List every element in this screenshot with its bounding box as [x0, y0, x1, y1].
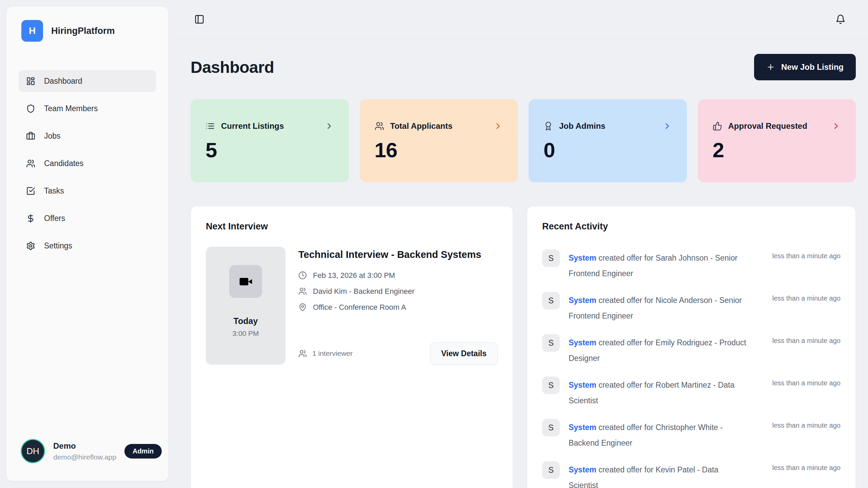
chevron-right-icon	[831, 121, 841, 131]
activity-avatar: S	[542, 334, 560, 352]
stat-label: Current Listings	[221, 121, 284, 131]
activity-item: S System created offer for Christopher W…	[542, 419, 841, 451]
sidebar-item-dashboard[interactable]: Dashboard	[19, 70, 156, 92]
activity-timestamp: less than a minute ago	[772, 249, 841, 260]
panel-left-icon[interactable]	[194, 14, 204, 24]
avatar: DH	[21, 439, 45, 463]
role-badge: Admin	[124, 444, 162, 459]
interview-candidate: David Kim - Backend Engineer	[313, 287, 415, 296]
activity-avatar: S	[542, 419, 560, 436]
sidebar-item-tasks[interactable]: Tasks	[19, 180, 156, 202]
activity-timestamp: less than a minute ago	[772, 377, 841, 387]
actor-link[interactable]: System	[569, 423, 596, 432]
new-job-listing-button[interactable]: New Job Listing	[754, 54, 856, 80]
users-icon	[375, 121, 384, 131]
stat-value: 0	[544, 140, 672, 161]
chevron-right-icon	[663, 121, 672, 131]
sidebar-item-label: Tasks	[44, 186, 64, 196]
stat-card-job-admins[interactable]: Job Admins 0	[529, 99, 687, 182]
user-email: demo@hireflow.app	[53, 453, 116, 461]
recent-activity-title: Recent Activity	[542, 221, 841, 232]
sidebar: H HiringPlatform Dashboard Team Members …	[6, 6, 169, 481]
activity-item: S System created offer for Nicole Anders…	[542, 292, 841, 324]
sidebar-item-offers[interactable]: Offers	[19, 207, 156, 229]
sidebar-nav: Dashboard Team Members Jobs Candidates T…	[19, 70, 156, 257]
actor-link[interactable]: System	[569, 338, 596, 347]
bell-icon[interactable]	[835, 14, 846, 24]
sidebar-item-candidates[interactable]: Candidates	[19, 152, 156, 174]
next-interview-title: Next Interview	[206, 221, 498, 232]
brand: H HiringPlatform	[19, 20, 156, 42]
users-icon	[26, 159, 35, 168]
stat-card-current-listings[interactable]: Current Listings 5	[191, 99, 349, 182]
stat-label: Approval Requested	[728, 121, 807, 131]
user-info: Demo demo@hireflow.app	[53, 441, 116, 461]
users-icon	[298, 349, 307, 358]
view-details-button[interactable]: View Details	[430, 342, 498, 365]
video-icon	[229, 265, 262, 298]
stat-value: 2	[713, 140, 841, 161]
clock-icon	[298, 271, 307, 280]
chevron-right-icon	[493, 121, 503, 131]
topbar	[175, 0, 868, 39]
stat-card-approval-requested[interactable]: Approval Requested 2	[698, 99, 856, 182]
sidebar-item-label: Settings	[44, 241, 72, 250]
activity-item: S System created offer for Robert Martin…	[542, 377, 841, 408]
list-icon	[205, 121, 215, 131]
interview-date-tile: Today 3:00 PM	[206, 247, 285, 365]
activity-item: S System created offer for Emily Rodrigu…	[542, 334, 841, 366]
interview-title: Technical Interview - Backend Systems	[298, 247, 488, 263]
stat-value: 5	[205, 140, 334, 161]
sidebar-item-label: Jobs	[44, 131, 61, 141]
page-title: Dashboard	[191, 58, 274, 77]
award-icon	[544, 121, 553, 131]
interviewer-count: 1 interviewer	[312, 349, 353, 358]
activity-text: System created offer for Kevin Patel - D…	[569, 461, 748, 488]
activity-timestamp: less than a minute ago	[772, 419, 841, 429]
stat-value: 16	[375, 140, 503, 161]
gear-icon	[26, 241, 35, 250]
user-menu[interactable]: DH Demo demo@hireflow.app Admin	[19, 439, 156, 463]
interview-day: Today	[234, 316, 258, 326]
activity-list: S System created offer for Sarah Johnson…	[542, 249, 841, 488]
actor-link[interactable]: System	[569, 381, 596, 389]
sidebar-item-team-members[interactable]: Team Members	[19, 98, 156, 119]
activity-text: System created offer for Nicole Anderson…	[569, 292, 748, 324]
stat-label: Total Applicants	[390, 121, 453, 131]
main-content: Dashboard New Job Listing Current Listin…	[175, 39, 868, 488]
sidebar-item-settings[interactable]: Settings	[19, 235, 156, 257]
activity-timestamp: less than a minute ago	[772, 461, 841, 472]
dollar-icon	[26, 214, 35, 223]
actor-link[interactable]: System	[569, 253, 596, 262]
sidebar-item-label: Dashboard	[44, 77, 82, 86]
recent-activity-panel: Recent Activity S System created offer f…	[527, 206, 856, 488]
activity-avatar: S	[542, 249, 560, 267]
sidebar-item-label: Candidates	[44, 159, 83, 168]
brand-logo: H	[21, 20, 43, 42]
thumbs-up-icon	[713, 121, 722, 131]
actor-link[interactable]: System	[569, 465, 596, 474]
interview-time: 3:00 PM	[232, 329, 259, 338]
sidebar-item-jobs[interactable]: Jobs	[19, 125, 156, 147]
sidebar-item-label: Offers	[44, 214, 65, 223]
brand-name: HiringPlatform	[51, 26, 115, 36]
stat-card-total-applicants[interactable]: Total Applicants 16	[360, 99, 518, 182]
activity-item: S System created offer for Sarah Johnson…	[542, 249, 841, 281]
activity-text: System created offer for Sarah Johnson -…	[569, 249, 748, 281]
activity-text: System created offer for Robert Martinez…	[569, 377, 748, 408]
activity-avatar: S	[542, 292, 560, 309]
sidebar-item-label: Team Members	[44, 104, 98, 113]
plus-icon	[766, 63, 775, 72]
activity-timestamp: less than a minute ago	[772, 292, 841, 302]
interview-location: Office - Conference Room A	[313, 303, 406, 312]
actor-link[interactable]: System	[569, 296, 596, 305]
shield-icon	[26, 104, 35, 113]
chevron-right-icon	[324, 121, 334, 131]
layout-dashboard-icon	[26, 77, 35, 86]
briefcase-icon	[26, 131, 35, 141]
activity-avatar: S	[542, 461, 560, 479]
user-name: Demo	[53, 441, 116, 451]
map-pin-icon	[298, 303, 307, 311]
stat-label: Job Admins	[559, 121, 605, 131]
activity-text: System created offer for Emily Rodriguez…	[569, 334, 748, 366]
